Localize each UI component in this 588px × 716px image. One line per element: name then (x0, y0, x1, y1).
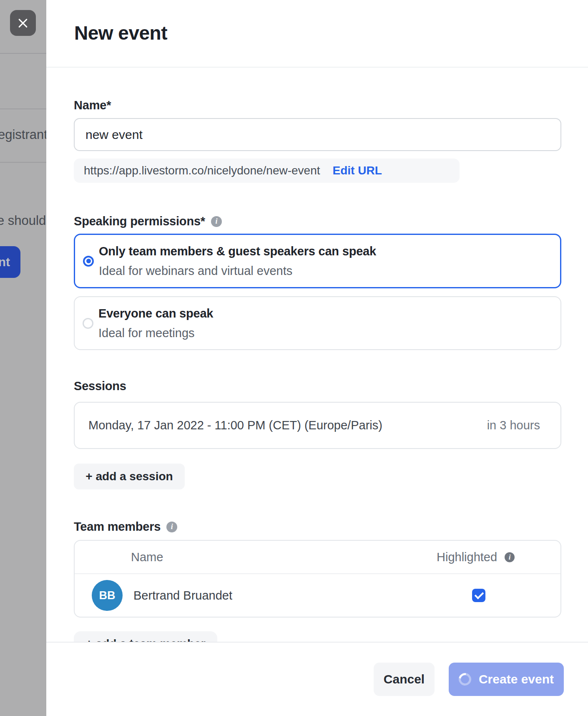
backdrop-text-fragment: e should (0, 213, 46, 228)
create-event-label: Create event (479, 672, 554, 686)
session-row[interactable]: Monday, 17 Jan 2022 - 11:00 PM (CET) (Eu… (74, 402, 561, 449)
info-icon[interactable]: i (211, 216, 222, 227)
highlighted-checkbox[interactable] (472, 589, 485, 602)
session-datetime: Monday, 17 Jan 2022 - 11:00 PM (CET) (Eu… (88, 419, 382, 432)
info-icon-glyph: i (216, 217, 218, 226)
name-label: Name* (74, 98, 111, 112)
column-header-name: Name (131, 550, 163, 564)
info-icon-glyph: i (509, 553, 511, 561)
screen: egistrant e should nt New event Name* ht… (0, 0, 588, 716)
page-title: New event (74, 22, 167, 44)
event-url-bar: https://app.livestorm.co/nicelydone/new-… (74, 159, 460, 183)
backdrop-divider (0, 162, 46, 163)
speaking-option-team-only[interactable]: Only team members & guest speakers can s… (74, 234, 561, 288)
backdrop-divider (0, 108, 46, 109)
option-title: Everyone can speak (98, 307, 213, 320)
option-subtitle: Ideal for meetings (98, 326, 213, 340)
info-icon[interactable]: i (505, 552, 515, 562)
create-event-button[interactable]: Create event (449, 663, 564, 696)
edit-url-link[interactable]: Edit URL (333, 164, 382, 177)
session-starts-in: in 3 hours (487, 419, 540, 432)
option-subtitle: Ideal for webinars and virtual events (99, 264, 376, 278)
team-members-label-text: Team members (74, 520, 161, 534)
close-icon (18, 18, 28, 28)
loading-spinner-icon (456, 671, 474, 688)
sessions-label: Sessions (74, 379, 126, 393)
header-divider (46, 67, 588, 68)
event-url: https://app.livestorm.co/nicelydone/new-… (84, 164, 320, 177)
column-header-highlighted: Highlighted i (437, 550, 515, 564)
option-title: Only team members & guest speakers can s… (99, 245, 376, 258)
column-header-highlighted-text: Highlighted (437, 550, 497, 564)
member-name: Bertrand Bruandet (133, 589, 232, 603)
info-icon[interactable]: i (166, 522, 177, 532)
info-icon-glyph: i (171, 522, 173, 531)
avatar: BB (92, 580, 123, 611)
radio-unselected-icon[interactable] (83, 318, 93, 329)
team-members-label: Team members i (74, 520, 177, 534)
speaking-permissions-label: Speaking permissions* i (74, 214, 222, 228)
table-header: Name Highlighted i (75, 541, 560, 573)
footer: Cancel Create event (46, 642, 588, 716)
team-members-table: Name Highlighted i BB Bertrand Bruandet (74, 540, 561, 618)
event-name-input[interactable] (74, 118, 561, 151)
backdrop-divider (0, 53, 46, 54)
close-button[interactable] (10, 10, 36, 36)
radio-selected-icon[interactable] (83, 256, 94, 267)
table-row: BB Bertrand Bruandet (75, 574, 560, 617)
dimmed-backdrop: egistrant e should nt (0, 0, 46, 716)
cancel-button[interactable]: Cancel (374, 663, 435, 696)
backdrop-text-fragment: egistrant (0, 127, 46, 142)
add-session-button[interactable]: + add a session (74, 464, 185, 489)
new-event-panel: New event Name* https://app.livestorm.co… (46, 0, 588, 716)
backdrop-button-text-fragment: nt (0, 255, 10, 269)
speaking-option-everyone[interactable]: Everyone can speak Ideal for meetings (74, 296, 561, 350)
speaking-permissions-label-text: Speaking permissions* (74, 214, 205, 228)
backdrop-clipped-button: nt (0, 246, 20, 278)
